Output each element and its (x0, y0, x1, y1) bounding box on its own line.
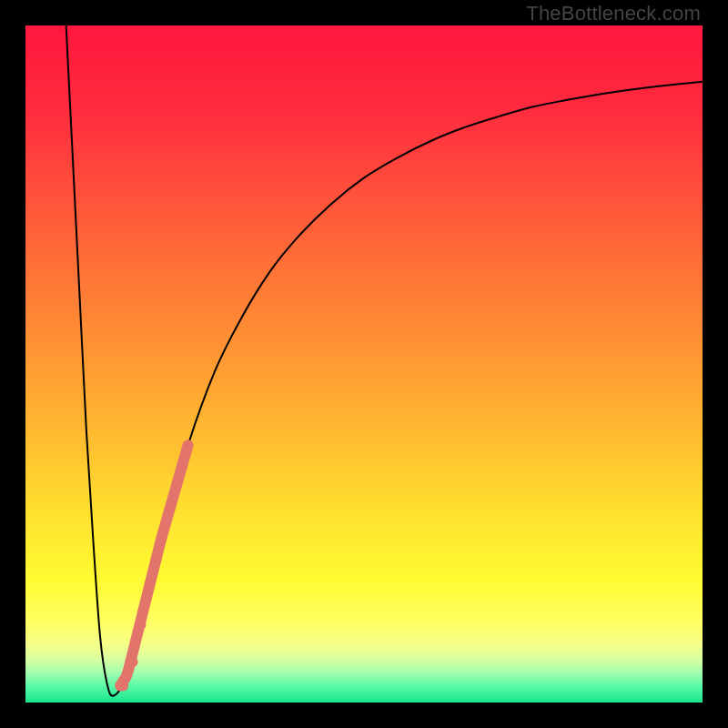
watermark-text: TheBottleneck.com (526, 2, 701, 25)
highlight-dot (117, 680, 128, 691)
plot-area (25, 25, 703, 703)
chart-frame: TheBottleneck.com (0, 0, 728, 728)
bottleneck-curve (66, 25, 703, 696)
highlight-segment (120, 445, 187, 685)
curve-layer (25, 25, 703, 703)
highlight-dot (135, 619, 146, 630)
highlight-dot (127, 656, 138, 667)
